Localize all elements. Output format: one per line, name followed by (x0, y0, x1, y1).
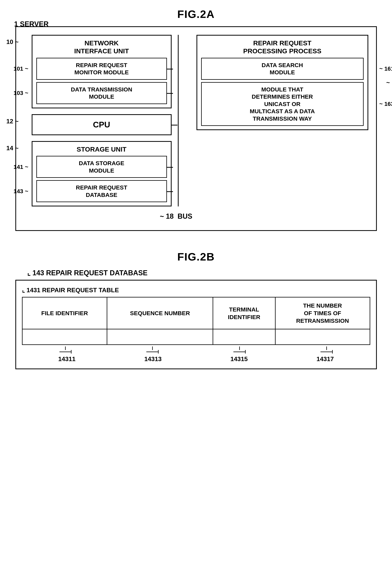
server-label: 1 SERVER (14, 20, 49, 28)
data-transmission-module-box: 103 ~ DATA TRANSMISSIONMODULE (36, 82, 167, 104)
fig2a-section: FIG.2A 1 SERVER 10 ~ NETWORKINTERFACE UN… (12, 8, 380, 231)
bracket-col-2 (109, 347, 196, 354)
bracket-horiz-l-1 (59, 352, 71, 352)
connector-cpu (171, 125, 177, 126)
niu-title: NETWORKINTERFACE UNIT (36, 39, 167, 55)
module-103-label: 103 ~ (14, 90, 28, 96)
server-container: 1 SERVER 10 ~ NETWORKINTERFACE UNIT 101 … (15, 26, 377, 231)
repair-request-db-box: 143 ~ REPAIR REQUESTDATABASE (36, 180, 167, 202)
niu-section: 10 ~ NETWORKINTERFACE UNIT 101 ~ REPAIR … (32, 35, 172, 108)
bus-tilde-label: ~ 18 (160, 212, 174, 220)
table-data-row (22, 329, 370, 345)
bracket-horiz-l-2 (146, 352, 158, 352)
bracket-vert-l-1 (71, 350, 71, 354)
storage-label: 14 ~ (6, 145, 19, 152)
bracket-col-3 (196, 347, 283, 354)
bracket-vert-l-3 (245, 350, 246, 354)
data-search-module-box: ~ 161 DATA SEARCHMODULE (201, 58, 364, 80)
col-header-sequence-number: SEQUENCE NUMBER (107, 297, 213, 329)
db-outer-label: ⌞ 143 REPAIR REQUEST DATABASE (27, 269, 380, 277)
db-label-text: 143 REPAIR REQUEST DATABASE (32, 269, 148, 277)
bracket-horiz-l-4 (321, 352, 332, 352)
left-column: 10 ~ NETWORKINTERFACE UNIT 101 ~ REPAIR … (32, 35, 172, 207)
db-bracket: ⌞ (27, 269, 32, 277)
repair-request-process-box: ~ 16 REPAIR REQUESTPROCESSING PROCESS ~ … (196, 35, 368, 130)
col-header-terminal-identifier: TERMINALIDENTIFIER (213, 297, 275, 329)
db-outer-box: ⌞ 1431 REPAIR REQUEST TABLE FILE IDENTIF… (15, 280, 377, 369)
bracket-col-4 (283, 347, 370, 354)
repair-request-table: FILE IDENTIFIER SEQUENCE NUMBER TERMINAL… (22, 297, 370, 345)
bracket-connector-row (22, 347, 370, 354)
table-label: ⌞ 1431 REPAIR REQUEST TABLE (22, 287, 370, 294)
cell-terminal-id (213, 329, 275, 345)
right-column: ~ 16 REPAIR REQUESTPROCESSING PROCESS ~ … (185, 35, 368, 207)
module-143-label: 143 ~ (14, 188, 28, 195)
cell-seq-num (107, 329, 213, 345)
connector-141 (166, 167, 173, 168)
bracket-line-4 (326, 347, 327, 350)
fig2b-section: FIG.2B ⌞ 143 REPAIR REQUEST DATABASE ⌞ 1… (12, 250, 380, 369)
col-header-file-identifier: FILE IDENTIFIER (22, 297, 107, 329)
storage-section: 14 ~ STORAGE UNIT 141 ~ DATA STORAGEMODU… (32, 141, 172, 207)
niu-box: NETWORKINTERFACE UNIT 101 ~ REPAIR REQUE… (32, 35, 172, 108)
bracket-vert-l-2 (158, 350, 159, 354)
label-16: ~ 16 (386, 79, 392, 86)
bus-line (178, 35, 179, 207)
col-id-14315: 14315 (196, 356, 282, 363)
data-search-module-text: DATA SEARCHMODULE (206, 62, 359, 76)
column-ids-row: 14311 14313 14315 14317 (22, 356, 370, 363)
main-layout: 10 ~ NETWORKINTERFACE UNIT 101 ~ REPAIR … (32, 35, 368, 207)
bus-divider (177, 35, 179, 207)
bracket-line-3 (239, 347, 240, 350)
cell-retrans (275, 329, 370, 345)
label-161: ~ 161 (379, 65, 392, 72)
cpu-box: CPU (32, 114, 172, 135)
module-103-text: DATA TRANSMISSIONMODULE (41, 86, 163, 100)
cpu-text: CPU (36, 120, 167, 129)
fig2b-title: FIG.2B (12, 250, 380, 263)
fig2a-title: FIG.2A (12, 8, 380, 20)
connector-103 (166, 93, 173, 94)
col-id-14311: 14311 (24, 356, 110, 363)
module-141-label: 141 ~ (14, 164, 28, 170)
table-bracket: ⌞ (22, 287, 27, 293)
storage-title: STORAGE UNIT (36, 145, 167, 153)
module-101-text: REPAIR REQUESTMONITOR MODULE (41, 62, 163, 76)
col-id-14313: 14313 (110, 356, 196, 363)
repair-request-process-title: REPAIR REQUESTPROCESSING PROCESS (201, 39, 364, 55)
repair-request-monitor-box: 101 ~ REPAIR REQUESTMONITOR MODULE (36, 58, 167, 80)
table-label-text: 1431 REPAIR REQUEST TABLE (26, 287, 119, 293)
table-header-row: FILE IDENTIFIER SEQUENCE NUMBER TERMINAL… (22, 297, 370, 329)
cpu-section: 12 ~ CPU (32, 114, 172, 135)
unicast-multicast-module-box: ~ 163 MODULE THATDETERMINES EITHERUNICAS… (201, 82, 364, 126)
data-storage-module-box: 141 ~ DATA STORAGEMODULE (36, 156, 167, 178)
bracket-line-1 (65, 347, 66, 350)
label-163: ~ 163 (379, 101, 392, 107)
cpu-label: 12 ~ (6, 118, 19, 125)
unicast-multicast-text: MODULE THATDETERMINES EITHERUNICAST ORMU… (206, 86, 359, 122)
bracket-horiz-l-3 (233, 352, 245, 352)
module-141-text: DATA STORAGEMODULE (41, 159, 163, 174)
bracket-line-2 (152, 347, 153, 350)
bracket-vert-l-4 (332, 350, 333, 354)
cell-file-id (22, 329, 107, 345)
col-header-retransmission: THE NUMBEROF TIMES OFRETRANSMISSION (275, 297, 370, 329)
bus-label-row: ~ 18 BUS (160, 212, 368, 220)
module-143-text: REPAIR REQUESTDATABASE (41, 184, 163, 199)
bracket-col-1 (22, 347, 109, 354)
module-101-label: 101 ~ (14, 65, 28, 72)
niu-label: 10 ~ (6, 38, 19, 46)
connector-101 (166, 69, 173, 70)
connector-143 (166, 191, 173, 192)
repair-request-process-section: ~ 16 REPAIR REQUESTPROCESSING PROCESS ~ … (196, 35, 368, 130)
bus-text: BUS (178, 212, 192, 220)
col-id-14317: 14317 (282, 356, 368, 363)
storage-box: STORAGE UNIT 141 ~ DATA STORAGEMODULE 14… (32, 141, 172, 207)
